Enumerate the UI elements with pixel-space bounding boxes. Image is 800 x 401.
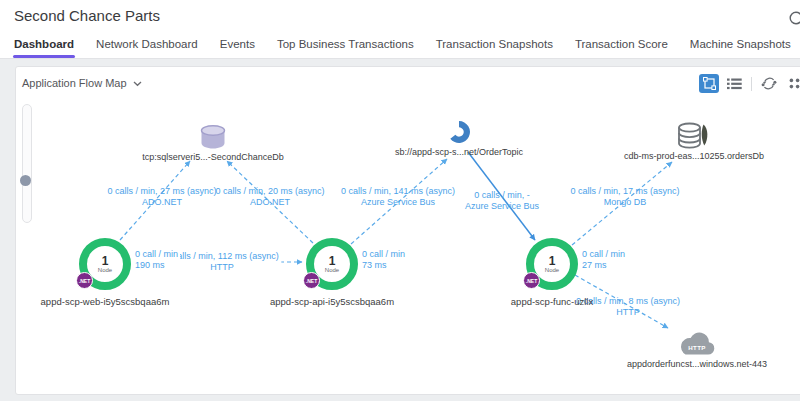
flowmap-type-dropdown[interactable]: Application Flow Map: [22, 77, 142, 89]
tier-node-web[interactable]: 1Node.NET: [79, 238, 131, 290]
tier-metric-func: 0 call / min27 ms: [580, 249, 627, 270]
edge-label: 0 calls / min, 17 ms (async)Mongo DB: [570, 186, 679, 208]
tier-metric-api: 0 call / min73 ms: [360, 249, 407, 270]
auto-layout-icon[interactable]: [759, 74, 779, 93]
database-icon-secondchancedb[interactable]: [197, 123, 229, 155]
backend-label-ordertopic: sb://appd-scp-s...net/OrderTopic: [395, 147, 523, 157]
list-view-icon[interactable]: [724, 74, 744, 93]
flow-map-canvas: 0 calls / min, 27 ms (async)ADO.NET0 cal…: [0, 0, 800, 401]
edge-label: 0 calls / min, -Azure Service Bus: [465, 190, 539, 212]
flowmap-type-label: Application Flow Map: [22, 77, 127, 89]
svg-text:HTTP: HTTP: [688, 344, 705, 351]
dotnet-badge: .NET: [76, 272, 93, 289]
edge-label: 0 calls / min, 112 ms (async)HTTP: [162, 251, 281, 273]
edge-label: 0 calls / min, 141 ms (async)Azure Servi…: [341, 186, 455, 208]
zoom-slider-handle[interactable]: [20, 175, 31, 186]
node-count-word: Node: [325, 267, 339, 274]
app-window: Second Chance Parts DashboardNetwork Das…: [0, 0, 800, 401]
node-count: 1: [329, 255, 336, 267]
toolbar-separator: [751, 77, 752, 91]
tier-node-func[interactable]: 1Node.NET: [526, 238, 578, 290]
node-count: 1: [549, 255, 556, 267]
dotnet-badge: .NET: [303, 272, 320, 289]
tier-node-api[interactable]: 1Node.NET: [306, 238, 358, 290]
chevron-down-icon: [133, 77, 142, 89]
flowmap-view-icon[interactable]: [699, 74, 719, 93]
cosmosdb-icon-ordersdb[interactable]: [676, 122, 712, 154]
tier-label-api: appd-scp-api-i5y5scsbqaa6m: [270, 296, 394, 307]
tier-label-web: appd-scp-web-i5y5scsbqaa6m: [41, 296, 170, 307]
group-nodes-icon[interactable]: [784, 74, 800, 93]
backend-label-secondchancedb: tcp:sqlserveri5...-SecondChanceDb: [142, 152, 284, 162]
flowmap-toolbar: [699, 74, 800, 93]
tier-metric-web: 0 call / min190 ms: [133, 249, 180, 270]
tier-label-func: appd-scp-func-uzllx: [511, 296, 593, 307]
dotnet-badge: .NET: [523, 272, 540, 289]
backend-label-orderfunc-http: appdorderfuncst...windows.net-443: [627, 359, 767, 369]
node-count: 1: [102, 255, 109, 267]
node-count-word: Node: [545, 267, 559, 274]
backend-label-ordersdb: cdb-ms-prod-eas...10255.ordersDb: [624, 151, 764, 161]
http-cloud-icon-orderfunc-http[interactable]: HTTP: [677, 332, 717, 361]
edge-label: 0 calls / min, 20 ms (async)ADO.NET: [215, 186, 324, 208]
queue-icon-ordertopic[interactable]: [446, 118, 473, 151]
edge-label: 0 calls / min, 27 ms (async)ADO.NET: [107, 186, 216, 208]
node-count-word: Node: [98, 267, 112, 274]
zoom-slider-track[interactable]: [22, 104, 32, 223]
